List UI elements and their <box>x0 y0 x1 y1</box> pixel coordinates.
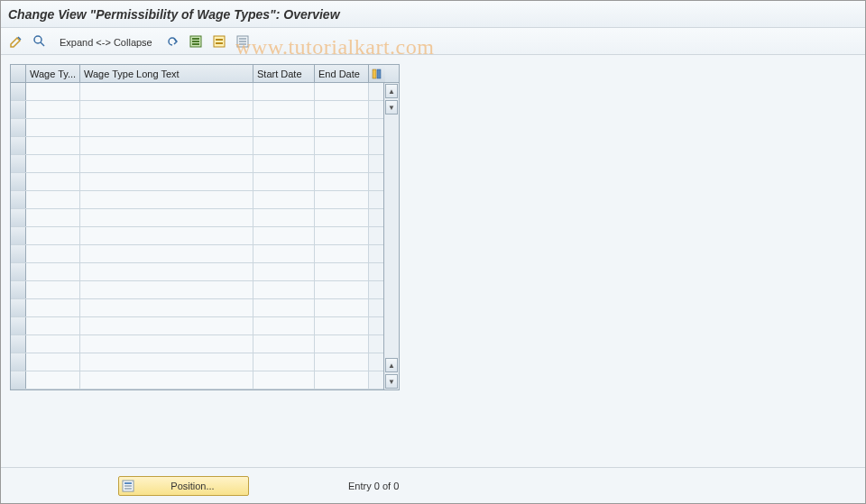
select-block-icon[interactable] <box>209 32 229 51</box>
scroll-up-small-button[interactable]: ▲ <box>385 358 398 372</box>
table-cell[interactable] <box>253 173 315 190</box>
table-cell[interactable] <box>253 227 315 244</box>
row-selector[interactable] <box>11 119 26 136</box>
row-selector[interactable] <box>11 353 26 371</box>
scroll-track[interactable] <box>384 115 399 357</box>
table-cell[interactable] <box>80 353 253 371</box>
table-cell[interactable] <box>26 191 80 208</box>
row-selector[interactable] <box>11 263 26 280</box>
row-selector[interactable] <box>11 245 26 262</box>
table-cell[interactable] <box>80 281 253 298</box>
table-cell[interactable] <box>26 101 80 118</box>
table-cell[interactable] <box>315 281 369 298</box>
undo-icon[interactable] <box>162 32 182 51</box>
table-cell[interactable] <box>253 209 315 226</box>
table-cell[interactable] <box>315 299 369 316</box>
table-cell[interactable] <box>26 245 80 262</box>
table-cell[interactable] <box>253 101 315 118</box>
col-header-long-text[interactable]: Wage Type Long Text <box>80 65 253 82</box>
table-cell[interactable] <box>80 335 253 353</box>
table-cell[interactable] <box>80 137 253 154</box>
table-cell[interactable] <box>315 371 369 389</box>
table-cell[interactable] <box>253 191 315 208</box>
table-cell[interactable] <box>315 245 369 262</box>
position-button[interactable]: Position... <box>118 476 249 496</box>
row-selector[interactable] <box>11 299 26 316</box>
table-cell[interactable] <box>315 101 369 118</box>
table-cell[interactable] <box>315 209 369 226</box>
table-cell[interactable] <box>315 83 369 100</box>
table-cell[interactable] <box>80 155 253 172</box>
scroll-down-button[interactable]: ▼ <box>385 374 398 389</box>
table-cell[interactable] <box>80 245 253 262</box>
table-cell[interactable] <box>253 299 315 316</box>
table-cell[interactable] <box>80 371 253 389</box>
table-cell[interactable] <box>26 83 80 100</box>
table-cell[interactable] <box>80 227 253 244</box>
row-selector[interactable] <box>11 209 26 226</box>
table-cell[interactable] <box>80 299 253 316</box>
table-cell[interactable] <box>26 173 80 190</box>
table-cell[interactable] <box>253 245 315 262</box>
table-cell[interactable] <box>315 263 369 280</box>
expand-collapse-button[interactable]: Expand <-> Collapse <box>53 32 159 51</box>
table-cell[interactable] <box>253 335 315 353</box>
row-selector[interactable] <box>11 83 26 100</box>
other-entry-icon[interactable] <box>30 32 50 51</box>
table-cell[interactable] <box>253 353 315 371</box>
table-cell[interactable] <box>26 281 80 298</box>
table-cell[interactable] <box>26 155 80 172</box>
table-cell[interactable] <box>253 119 315 136</box>
table-cell[interactable] <box>253 281 315 298</box>
table-config-icon[interactable] <box>369 65 385 82</box>
table-corner[interactable] <box>11 65 26 82</box>
table-cell[interactable] <box>26 317 80 334</box>
table-cell[interactable] <box>315 155 369 172</box>
table-cell[interactable] <box>315 137 369 154</box>
table-cell[interactable] <box>26 335 80 353</box>
col-header-end-date[interactable]: End Date <box>315 65 369 82</box>
table-cell[interactable] <box>80 209 253 226</box>
table-cell[interactable] <box>315 173 369 190</box>
scroll-up-button[interactable]: ▲ <box>385 84 398 98</box>
table-cell[interactable] <box>80 173 253 190</box>
table-cell[interactable] <box>26 209 80 226</box>
table-cell[interactable] <box>26 137 80 154</box>
row-selector[interactable] <box>11 101 26 118</box>
row-selector[interactable] <box>11 281 26 298</box>
select-all-icon[interactable] <box>186 32 206 51</box>
row-selector[interactable] <box>11 191 26 208</box>
table-cell[interactable] <box>253 155 315 172</box>
table-cell[interactable] <box>80 119 253 136</box>
table-cell[interactable] <box>26 119 80 136</box>
table-cell[interactable] <box>315 191 369 208</box>
table-cell[interactable] <box>253 83 315 100</box>
row-selector[interactable] <box>11 335 26 353</box>
table-cell[interactable] <box>315 317 369 334</box>
table-cell[interactable] <box>253 317 315 334</box>
table-cell[interactable] <box>80 83 253 100</box>
table-cell[interactable] <box>26 227 80 244</box>
table-cell[interactable] <box>253 263 315 280</box>
scroll-down-small-button[interactable]: ▼ <box>385 100 398 115</box>
table-cell[interactable] <box>26 353 80 371</box>
row-selector[interactable] <box>11 371 26 389</box>
row-selector[interactable] <box>11 155 26 172</box>
table-cell[interactable] <box>80 263 253 280</box>
col-header-start-date[interactable]: Start Date <box>253 65 315 82</box>
table-cell[interactable] <box>80 101 253 118</box>
toggle-change-icon[interactable] <box>6 32 26 51</box>
table-cell[interactable] <box>315 335 369 353</box>
table-cell[interactable] <box>26 299 80 316</box>
table-cell[interactable] <box>315 353 369 371</box>
table-cell[interactable] <box>80 191 253 208</box>
table-cell[interactable] <box>315 227 369 244</box>
table-cell[interactable] <box>315 119 369 136</box>
row-selector[interactable] <box>11 227 26 244</box>
table-cell[interactable] <box>26 371 80 389</box>
table-cell[interactable] <box>253 137 315 154</box>
table-cell[interactable] <box>26 263 80 280</box>
table-cell[interactable] <box>80 317 253 334</box>
table-cell[interactable] <box>253 371 315 389</box>
deselect-all-icon[interactable] <box>233 32 253 51</box>
